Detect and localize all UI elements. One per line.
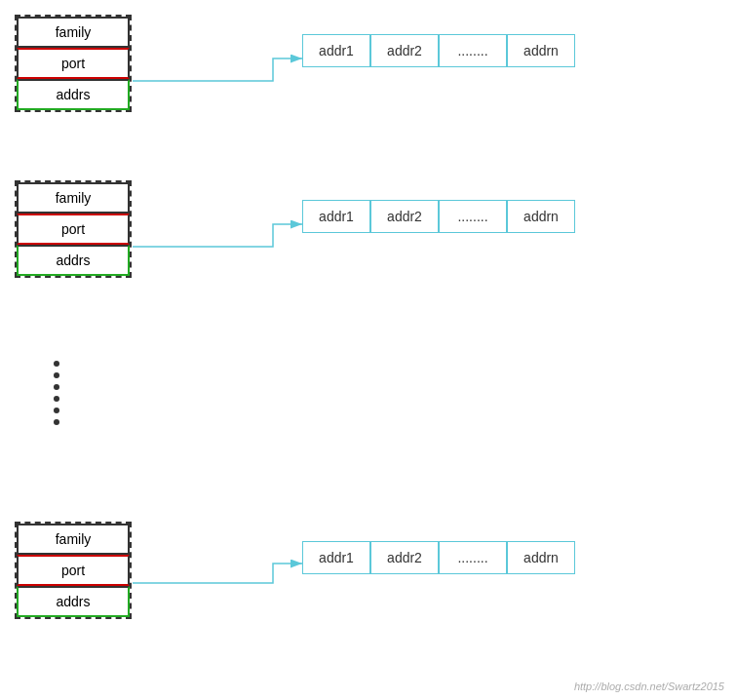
struct3-addrs: addrs [17, 586, 130, 617]
struct3-port: port [17, 555, 130, 586]
dots-section [54, 361, 59, 425]
struct-box-3: family port addrs [15, 522, 132, 619]
dot-5 [54, 408, 59, 413]
struct-box-2: family port addrs [15, 180, 132, 278]
arr3-cell4: addrn [507, 541, 575, 574]
dot-1 [54, 361, 59, 367]
arr2-cell2: addr2 [370, 200, 439, 233]
struct1-family: family [17, 17, 130, 48]
array-group-1: addr1 addr2 ........ addrn [302, 34, 575, 67]
arr1-cell1: addr1 [302, 34, 370, 67]
struct2-family: family [17, 182, 130, 214]
arr1-cell4: addrn [507, 34, 575, 67]
array-group-2: addr1 addr2 ........ addrn [302, 200, 575, 233]
diagram-container: family port addrs addr1 addr2 ........ a… [0, 0, 736, 700]
struct-box-1: family port addrs [15, 15, 132, 112]
arr2-cell3: ........ [439, 200, 507, 233]
arr3-cell2: addr2 [370, 541, 439, 574]
arrow-3 [133, 564, 302, 583]
watermark: http://blog.csdn.net/Swartz2015 [574, 681, 724, 692]
array-group-3: addr1 addr2 ........ addrn [302, 541, 575, 574]
arr2-cell4: addrn [507, 200, 575, 233]
arrow-2 [133, 224, 302, 247]
arrow-1 [133, 58, 302, 81]
struct1-addrs: addrs [17, 79, 130, 110]
arr3-cell3: ........ [439, 541, 507, 574]
arr2-cell1: addr1 [302, 200, 370, 233]
arr1-cell3: ........ [439, 34, 507, 67]
dot-2 [54, 372, 59, 378]
struct2-addrs: addrs [17, 245, 130, 276]
struct2-port: port [17, 214, 130, 245]
arr3-cell1: addr1 [302, 541, 370, 574]
dot-4 [54, 396, 59, 402]
struct3-family: family [17, 524, 130, 555]
struct1-port: port [17, 48, 130, 79]
dot-6 [54, 419, 59, 425]
dot-3 [54, 384, 59, 390]
arr1-cell2: addr2 [370, 34, 439, 67]
